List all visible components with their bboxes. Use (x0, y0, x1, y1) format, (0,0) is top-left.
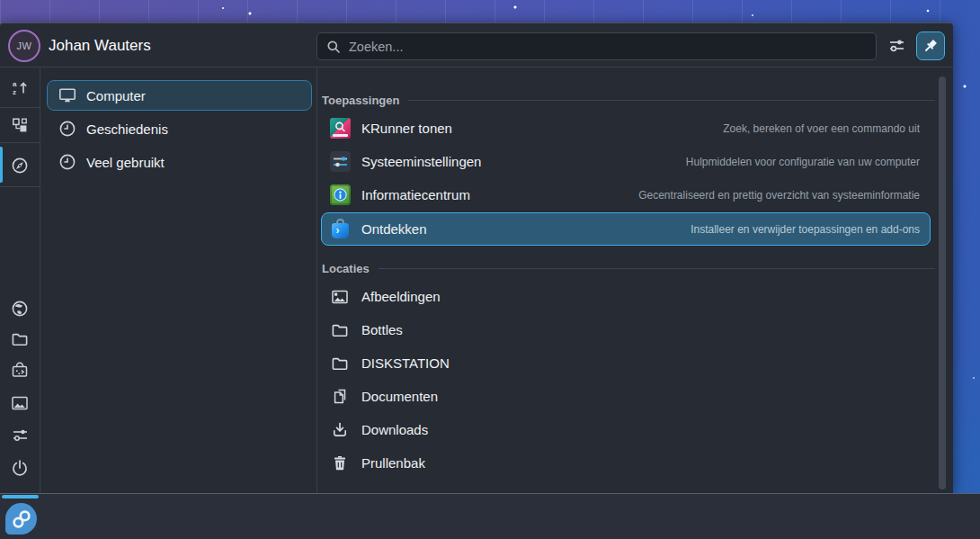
search-icon (326, 40, 341, 54)
place-label: DISKSTATION (361, 355, 450, 371)
places-nav: Computer Geschiedenis Ve (40, 67, 316, 494)
files-folder-button[interactable] (0, 326, 40, 353)
app-label: Ontdekken (361, 221, 427, 237)
launcher-active-indicator (2, 495, 39, 499)
app-label: Informatiecentrum (361, 187, 470, 202)
folder-icon (329, 353, 351, 374)
pin-button[interactable] (916, 31, 945, 60)
app-row-ontdekken[interactable]: › Ontdekken Installeer en verwijder toep… (321, 212, 931, 246)
configure-icon (887, 36, 906, 55)
trash-icon (329, 453, 351, 474)
desktop: JW Johan Wauters (0, 0, 980, 539)
toolbox-apps-button[interactable] (0, 356, 40, 383)
categories-button[interactable] (0, 112, 40, 139)
place-label: Prullenbak (361, 455, 425, 471)
user-button[interactable]: JW Johan Wauters (8, 30, 151, 62)
clock-icon (58, 152, 77, 172)
systemsettings-icon (329, 151, 351, 173)
place-row-prullenbak[interactable]: Prullenbak (321, 446, 931, 480)
graphics-image-button[interactable] (0, 390, 40, 417)
search-bar[interactable] (316, 32, 877, 60)
place-label: Documenten (361, 389, 438, 404)
settings-sliders-button[interactable] (0, 421, 40, 448)
power-session-button[interactable] (0, 454, 40, 481)
infocenter-icon (329, 184, 351, 206)
internet-globe-button[interactable] (0, 295, 40, 322)
taskbar-panel (0, 493, 980, 539)
scrollbar-thumb[interactable] (939, 76, 946, 490)
folder-icon (10, 329, 30, 349)
section-line (379, 268, 935, 269)
avatar: JW (8, 30, 40, 62)
folder-icon (329, 319, 351, 341)
rail-divider (0, 186, 40, 187)
globe-icon (10, 299, 30, 319)
place-label: Afbeeldingen (361, 289, 441, 304)
section-title: Locaties (322, 262, 370, 275)
configure-button[interactable] (885, 33, 909, 58)
download-icon (329, 419, 351, 441)
app-row-systeeminstellingen[interactable]: Systeeminstellingen Hulpmiddelen voor co… (321, 145, 931, 178)
main-list: Toepassingen KRunner tonen Zoek, bereken… (316, 67, 953, 494)
avatar-initials: JW (17, 40, 32, 51)
user-name: Johan Wauters (49, 37, 151, 55)
kickoff-launcher-window: JW Johan Wauters (0, 22, 953, 494)
app-description: Hulpmiddelen voor configuratie van uw co… (686, 156, 930, 168)
place-row-documenten[interactable]: Documenten (321, 380, 931, 413)
sort-az-icon: a z (11, 78, 29, 96)
compass-tab-button[interactable] (0, 152, 40, 179)
categories-icon (11, 116, 29, 134)
clock-icon (58, 119, 77, 139)
sliders-icon (11, 426, 30, 445)
nav-label: Geschiedenis (86, 121, 168, 137)
rail-divider (0, 107, 40, 108)
app-description: Gecentraliseerd en prettig overzicht van… (638, 189, 930, 202)
pin-icon (922, 38, 939, 54)
svg-text:z: z (13, 88, 16, 96)
nav-item-geschiedenis[interactable]: Geschiedenis (47, 113, 312, 144)
place-row-bottles[interactable]: Bottles (321, 313, 931, 346)
search-input[interactable] (347, 39, 876, 55)
documents-icon (329, 386, 351, 408)
compass-icon (10, 156, 30, 175)
monitor-icon (58, 85, 77, 105)
nav-label: Computer (86, 88, 146, 103)
sort-alphabetical-button[interactable]: a z (0, 74, 40, 101)
nav-label: Veel gebruikt (86, 155, 165, 170)
fedora-menu-button[interactable] (5, 503, 37, 535)
app-label: KRunner tonen (361, 121, 452, 136)
section-header-toepassingen: Toepassingen (322, 92, 935, 108)
rail-divider (0, 142, 40, 143)
place-label: Bottles (361, 322, 403, 337)
place-row-afbeeldingen[interactable]: Afbeeldingen (321, 280, 931, 313)
image-icon (329, 286, 351, 308)
app-row-krunner[interactable]: KRunner tonen Zoek, bereken of voer een … (321, 112, 931, 145)
section-header-locaties: Locaties (322, 260, 935, 276)
toolbox-icon (10, 360, 30, 380)
app-label: Systeeminstellingen (361, 154, 481, 169)
place-row-downloads[interactable]: Downloads (321, 413, 931, 446)
place-row-diskstation[interactable]: DISKSTATION (321, 346, 931, 380)
nav-item-veel-gebruikt[interactable]: Veel gebruikt (47, 147, 312, 177)
place-label: Downloads (361, 422, 428, 437)
app-description: Installeer en verwijder toepassingen en … (690, 223, 930, 236)
section-title: Toepassingen (322, 94, 399, 107)
image-icon (10, 393, 30, 413)
krunner-icon (329, 118, 351, 139)
nav-item-computer[interactable]: Computer (47, 80, 312, 111)
fedora-logo-icon (10, 508, 33, 531)
app-description: Zoek, bereken of voer een commando uit (723, 122, 930, 135)
power-icon (10, 458, 30, 478)
section-line (408, 100, 935, 101)
discover-icon: › (329, 219, 351, 240)
app-row-informatiecentrum[interactable]: Informatiecentrum Gecentraliseerd en pre… (321, 178, 931, 211)
